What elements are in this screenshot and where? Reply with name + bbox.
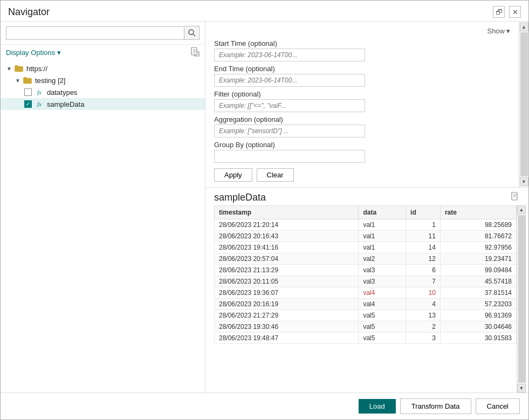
restore-button[interactable]: 🗗: [493, 6, 505, 18]
cell-timestamp: 28/06/2023 21:27:29: [215, 310, 359, 321]
svg-line-1: [193, 34, 195, 36]
fx-icon-datatypes: fx: [34, 88, 45, 97]
table-row: 28/06/2023 21:13:29val3699.09484: [215, 265, 517, 276]
close-button[interactable]: ✕: [509, 6, 521, 18]
scroll-down-button[interactable]: ▼: [520, 177, 528, 186]
navigator-dialog: Navigator 🗗 ✕ Display Options ▾: [0, 0, 529, 420]
data-section: sampleData time: [205, 188, 528, 393]
data-table: timestamp data id rate 28/06/2023 21:20:…: [214, 205, 517, 344]
cell-data: val1: [359, 231, 406, 242]
cell-data: val1: [359, 219, 406, 231]
group-by-input[interactable]: [214, 150, 365, 163]
search-icon: [188, 29, 196, 37]
aggregation-input[interactable]: [214, 125, 365, 137]
table-row: 28/06/2023 19:48:47val5330.91583: [215, 333, 517, 344]
tree-item-https[interactable]: ▼ https://: [1, 63, 205, 74]
cell-id: 12: [406, 253, 441, 265]
cell-id: 14: [406, 242, 441, 253]
table-scroll-up-button[interactable]: ▲: [517, 205, 526, 214]
cell-timestamp: 28/06/2023 20:16:19: [215, 299, 359, 310]
tree-label-testing: testing [2]: [35, 77, 65, 85]
checkbox-sampledata[interactable]: ✓: [24, 100, 32, 108]
table-row: 28/06/2023 19:41:16val11492.97956: [215, 242, 517, 253]
cell-id: 11: [406, 231, 441, 242]
cell-data: val4: [359, 287, 406, 299]
col-timestamp: timestamp: [215, 206, 359, 219]
col-rate: rate: [440, 206, 516, 219]
display-options-button[interactable]: Display Options ▾: [6, 49, 61, 57]
footer: Load Transform Data Cancel: [1, 393, 528, 419]
cell-rate: 99.09484: [440, 265, 516, 276]
filter-buttons: Apply Clear: [214, 168, 510, 182]
export-icon[interactable]: [191, 47, 200, 58]
start-time-field: Start Time (optional): [214, 39, 510, 61]
cell-timestamp: 28/06/2023 21:20:14: [215, 219, 359, 231]
cell-data: val5: [359, 310, 406, 321]
transform-data-button[interactable]: Transform Data: [400, 398, 471, 414]
end-time-field: End Time (optional): [214, 65, 510, 87]
load-button[interactable]: Load: [359, 399, 396, 414]
tree-item-sampledata[interactable]: ✓ fx sampleData: [1, 98, 205, 110]
table-row: 28/06/2023 19:30:46val5230.04646: [215, 321, 517, 333]
table-scroll-down-button[interactable]: ▼: [517, 384, 526, 393]
folder-icon-testing: [22, 76, 33, 85]
show-button[interactable]: Show ▾: [487, 27, 510, 35]
cell-rate: 19.23471: [440, 253, 516, 265]
search-button[interactable]: [184, 26, 200, 40]
cell-id: 2: [406, 321, 441, 333]
tree-label-datatypes: datatypes: [47, 88, 77, 97]
scroll-up-button[interactable]: ▲: [520, 23, 528, 31]
checkbox-datatypes[interactable]: [24, 88, 32, 96]
dialog-title: Navigator: [8, 6, 50, 18]
col-id: id: [406, 206, 441, 219]
cell-id: 10: [406, 287, 441, 299]
tree-panel: ▼ https:// ▼ test: [1, 60, 205, 393]
table-row: 28/06/2023 20:16:19val4457.23203: [215, 299, 517, 310]
tree-label-sampledata: sampleData: [47, 100, 84, 108]
cell-rate: 98.25689: [440, 219, 516, 231]
scroll-thumb: [520, 32, 528, 176]
table-row: 28/06/2023 20:57:04val21219.23471: [215, 253, 517, 265]
table-row: 28/06/2023 19:36:07val41037.81514: [215, 287, 517, 299]
search-input[interactable]: [6, 26, 184, 40]
tree-toggle-testing: ▼: [13, 76, 22, 85]
chevron-down-icon: ▾: [506, 27, 510, 35]
cell-rate: 37.81514: [440, 287, 516, 299]
chevron-down-icon: ▾: [57, 49, 61, 57]
cell-rate: 45.57418: [440, 276, 516, 287]
cell-rate: 81.76672: [440, 231, 516, 242]
cell-timestamp: 28/06/2023 19:41:16: [215, 242, 359, 253]
filter-section: Show ▾ Start Time (optional) End Time (o…: [205, 22, 519, 187]
start-time-input[interactable]: [214, 49, 365, 61]
export-data-icon[interactable]: [511, 192, 520, 203]
cell-rate: 92.97956: [440, 242, 516, 253]
group-by-field: Group By (optional): [214, 141, 510, 163]
fx-icon-sampledata: fx: [34, 100, 45, 108]
cell-rate: 30.91583: [440, 333, 516, 344]
tree-item-datatypes[interactable]: fx datatypes: [1, 86, 205, 98]
cell-id: 13: [406, 310, 441, 321]
left-panel: Display Options ▾ ▼: [1, 22, 205, 393]
cell-data: val2: [359, 253, 406, 265]
end-time-input[interactable]: [214, 74, 365, 87]
table-wrapper: timestamp data id rate 28/06/2023 21:20:…: [214, 205, 517, 393]
cell-timestamp: 28/06/2023 19:30:46: [215, 321, 359, 333]
table-row: 28/06/2023 20:16:43val11181.76672: [215, 231, 517, 242]
data-title-row: sampleData: [205, 188, 528, 205]
cell-rate: 30.04646: [440, 321, 516, 333]
apply-button[interactable]: Apply: [214, 168, 252, 182]
main-content: Display Options ▾ ▼: [1, 22, 528, 393]
cell-rate: 96.91369: [440, 310, 516, 321]
clear-button[interactable]: Clear: [257, 168, 294, 182]
folder-icon-https: [13, 64, 24, 73]
cancel-button[interactable]: Cancel: [476, 398, 520, 414]
tree-item-testing[interactable]: ▼ testing [2]: [1, 74, 205, 86]
search-bar: [1, 22, 205, 45]
right-panel: Show ▾ Start Time (optional) End Time (o…: [205, 22, 528, 393]
data-title: sampleData: [214, 192, 266, 203]
filter-input[interactable]: [214, 99, 365, 112]
cell-timestamp: 28/06/2023 20:57:04: [215, 253, 359, 265]
cell-id: 4: [406, 299, 441, 310]
cell-data: val3: [359, 276, 406, 287]
table-row: 28/06/2023 20:11:05val3745.57418: [215, 276, 517, 287]
